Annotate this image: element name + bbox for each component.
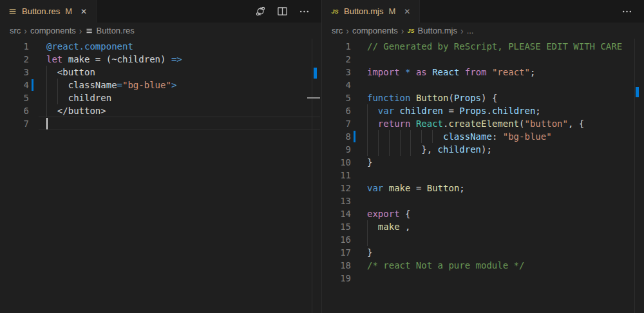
code-line[interactable]: }, children);: [367, 143, 492, 156]
code-token: [383, 183, 388, 193]
code-line[interactable]: <button: [46, 66, 95, 79]
code-editor-right[interactable]: 1// Generated by ReScript, PLEASE EDIT W…: [322, 39, 644, 313]
editor-group-left: Button.res M ✕: [0, 0, 322, 313]
code-token: }: [367, 247, 372, 258]
code-token: children: [492, 106, 535, 116]
line-number[interactable]: 7: [322, 117, 351, 130]
code-token: @react.component: [46, 41, 133, 52]
tab-label: Button.mjs: [344, 6, 383, 16]
split-editor-icon[interactable]: [276, 6, 288, 17]
code-token: var: [367, 183, 383, 193]
breadcrumb-item-src[interactable]: src: [10, 26, 21, 35]
code-token: }: [367, 157, 372, 167]
line-number[interactable]: 2: [0, 53, 29, 66]
code-line[interactable]: import * as React from "react";: [367, 66, 535, 79]
git-modified-gutter-indicator[interactable]: [32, 79, 33, 91]
line-number[interactable]: 5: [0, 91, 29, 104]
line-number[interactable]: 4: [322, 79, 351, 91]
code-token: make = (~children): [62, 54, 171, 64]
code-editor-left[interactable]: 1@react.component2let make = (~children)…: [0, 39, 321, 313]
code-line[interactable]: // Generated by ReScript, PLEASE EDIT WI…: [367, 40, 622, 53]
line-number[interactable]: 6: [0, 104, 29, 117]
tab-bar-left: Button.res M ✕: [0, 0, 321, 23]
breadcrumb-item-symbol[interactable]: ...: [467, 26, 474, 35]
code-line[interactable]: }: [367, 156, 372, 169]
tab-bar-empty: [97, 0, 254, 23]
chevron-right-icon: ›: [346, 26, 349, 35]
code-token: function: [367, 93, 410, 103]
tab-button-res[interactable]: Button.res M ✕: [0, 0, 97, 23]
code-line[interactable]: </button>: [46, 104, 106, 117]
open-changes-icon[interactable]: [254, 6, 266, 17]
line-number[interactable]: 5: [322, 91, 351, 104]
code-token: =: [410, 183, 426, 193]
code-token: [487, 67, 492, 77]
line-number[interactable]: 4: [0, 79, 29, 91]
line-number[interactable]: 15: [322, 220, 351, 233]
line-number[interactable]: 7: [0, 117, 29, 130]
line-number[interactable]: 9: [322, 143, 351, 156]
code-token: "react": [492, 67, 530, 77]
code-line[interactable]: let make = (~children) =>: [46, 53, 182, 66]
line-number[interactable]: 13: [322, 194, 351, 207]
vscode-window: Button.res M ✕: [0, 0, 644, 313]
tab-bar-empty: [420, 0, 621, 23]
close-icon[interactable]: ✕: [401, 6, 413, 17]
line-number[interactable]: 17: [322, 246, 351, 259]
code-token: className: [46, 80, 117, 90]
line-number[interactable]: 6: [322, 104, 351, 117]
tab-label: Button.res: [22, 6, 60, 16]
line-number[interactable]: 18: [322, 259, 351, 272]
line-number[interactable]: 2: [322, 53, 351, 66]
code-token: },: [367, 144, 438, 155]
code-line[interactable]: children: [46, 91, 111, 104]
breadcrumb-item-file[interactable]: Button.res: [86, 26, 135, 35]
line-number[interactable]: 8: [322, 130, 351, 143]
code-line[interactable]: className: "bg-blue": [367, 130, 552, 143]
code-line[interactable]: function Button(Props) {: [367, 91, 497, 104]
code-line[interactable]: var make = Button;: [367, 182, 465, 194]
chevron-right-icon: ›: [401, 26, 404, 35]
breadcrumb-item-components[interactable]: components: [30, 26, 76, 35]
code-token: [410, 67, 415, 77]
more-actions-icon[interactable]: [621, 6, 632, 17]
code-token: /* react Not a pure module */: [367, 260, 524, 270]
git-modified-gutter-indicator[interactable]: [354, 131, 355, 142]
code-line[interactable]: make ,: [367, 220, 410, 233]
text-cursor: [46, 118, 48, 129]
line-number[interactable]: 3: [322, 66, 351, 79]
ruler-modified-marker: [314, 68, 317, 79]
line-number[interactable]: 1: [322, 40, 351, 53]
code-token: [394, 106, 399, 116]
breadcrumb-item-src[interactable]: src: [332, 26, 343, 35]
code-token: React: [416, 119, 443, 129]
tab-button-mjs[interactable]: JS Button.mjs M ✕: [322, 0, 420, 23]
code-token: ,: [400, 222, 411, 232]
line-number[interactable]: 1: [0, 40, 29, 53]
line-number[interactable]: 3: [0, 66, 29, 79]
line-number[interactable]: 14: [322, 207, 351, 220]
code-line[interactable]: var children = Props.children;: [367, 104, 541, 117]
code-line[interactable]: className="bg-blue">: [46, 79, 176, 91]
breadcrumb-item-file[interactable]: JS Button.mjs: [408, 26, 457, 35]
breadcrumb-item-components[interactable]: components: [352, 26, 398, 35]
code-token: createElement: [448, 119, 519, 129]
line-number[interactable]: 19: [322, 272, 351, 285]
line-number[interactable]: 11: [322, 169, 351, 182]
code-line[interactable]: return React.createElement("button", {: [367, 117, 584, 130]
code-line[interactable]: }: [367, 246, 372, 259]
close-icon[interactable]: ✕: [78, 6, 90, 17]
code-line[interactable]: @react.component: [46, 40, 133, 53]
code-line[interactable]: export {: [367, 207, 410, 220]
code-line[interactable]: /* react Not a pure module */: [367, 259, 524, 272]
code-token: make: [389, 183, 411, 193]
overview-ruler[interactable]: [312, 39, 321, 313]
line-number[interactable]: 12: [322, 182, 351, 194]
code-token: =: [443, 106, 459, 116]
code-token: import: [367, 67, 400, 77]
code-token: make: [378, 222, 400, 232]
line-number[interactable]: 10: [322, 156, 351, 169]
overview-ruler[interactable]: [634, 39, 644, 313]
line-number[interactable]: 16: [322, 233, 351, 246]
more-actions-icon[interactable]: [298, 6, 310, 17]
